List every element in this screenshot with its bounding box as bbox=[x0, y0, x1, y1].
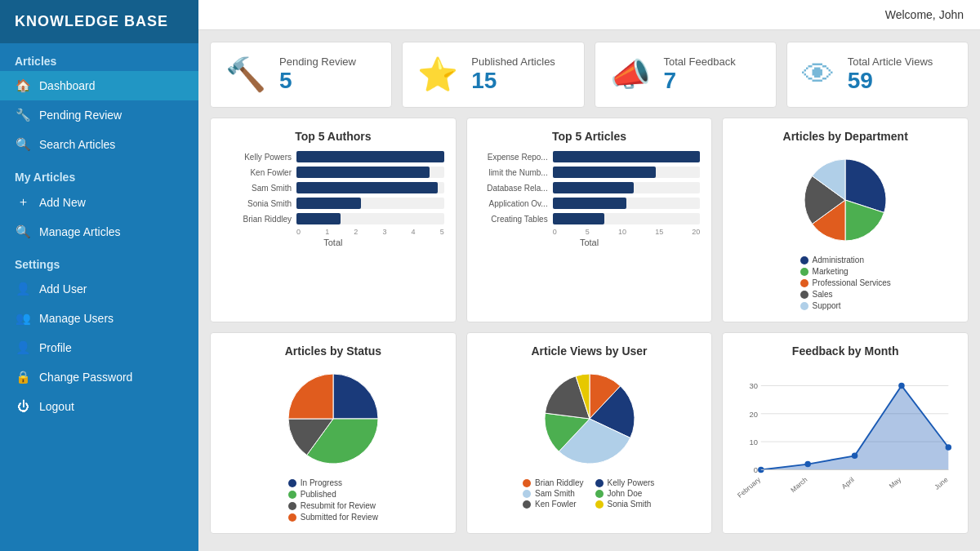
bar-outer bbox=[296, 182, 444, 193]
views-pie-svg bbox=[537, 366, 643, 472]
legend-item: John Doe bbox=[595, 489, 656, 498]
stat-value-1: 15 bbox=[471, 68, 555, 94]
legend-dot bbox=[800, 291, 808, 299]
feedback-line-chart-svg: 0102030FebruaryMarchAprilMayJune bbox=[734, 366, 956, 513]
bar-row: Ken Fowler bbox=[222, 167, 444, 178]
stat-info-2: Total Feedback 7 bbox=[664, 56, 736, 94]
bar-inner bbox=[553, 182, 634, 193]
pending-review-icon: 🔧 bbox=[15, 108, 31, 122]
legend-item: Administration bbox=[800, 256, 891, 264]
svg-point-12 bbox=[946, 444, 951, 450]
sidebar-item-profile[interactable]: 👤 Profile bbox=[0, 333, 198, 362]
bar-inner bbox=[553, 198, 626, 209]
svg-point-9 bbox=[805, 461, 811, 467]
dashboard-icon: 🏠 bbox=[15, 78, 31, 93]
legend-label: John Doe bbox=[608, 489, 643, 498]
stat-info-0: Pending Review 5 bbox=[279, 56, 356, 94]
sidebar-item-label: Add New bbox=[39, 196, 86, 209]
bar-row: Creating Tables bbox=[479, 213, 701, 224]
legend-item: Published bbox=[288, 490, 378, 499]
svg-text:May: May bbox=[888, 475, 903, 490]
sidebar-item-add-new[interactable]: ＋ Add New bbox=[0, 187, 198, 217]
bar-inner bbox=[553, 151, 701, 162]
feedback-by-month-title: Feedback by Month bbox=[734, 344, 956, 358]
sidebar-item-add-user[interactable]: 👤 Add User bbox=[0, 274, 198, 304]
bar-row: Brian Riddley bbox=[222, 213, 444, 224]
bar-row: Database Rela... bbox=[479, 182, 701, 193]
bar-outer bbox=[553, 182, 701, 193]
bar-row: Expense Repo... bbox=[479, 151, 701, 162]
legend-dot bbox=[288, 491, 296, 499]
sidebar-item-dashboard[interactable]: 🏠 Dashboard bbox=[0, 71, 198, 100]
bar-label: Sonia Smith bbox=[222, 199, 292, 208]
authors-axis: 012345 bbox=[222, 228, 444, 236]
sidebar: KNOWLEDGE BASE Articles 🏠 Dashboard 🔧 Pe… bbox=[0, 0, 198, 551]
articles-x-label: Total bbox=[479, 238, 701, 247]
stat-label-1: Published Articles bbox=[471, 56, 555, 68]
top-articles-chart: Top 5 Articles Expense Repo... limit the… bbox=[466, 118, 713, 322]
bar-outer bbox=[553, 151, 701, 162]
sidebar-item-label: Pending Review bbox=[39, 109, 122, 122]
legend-dot bbox=[595, 490, 604, 498]
stat-card-0: 🔨 Pending Review 5 bbox=[210, 42, 392, 108]
manage-articles-icon: 🔍 bbox=[15, 224, 31, 239]
top-articles-title: Top 5 Articles bbox=[479, 130, 701, 143]
my-articles-section-label: My Articles bbox=[0, 159, 198, 187]
bar-inner bbox=[296, 198, 361, 209]
svg-text:10: 10 bbox=[750, 438, 758, 447]
bar-row: limit the Numb... bbox=[479, 167, 701, 178]
bar-inner bbox=[296, 213, 341, 224]
sidebar-item-manage-articles[interactable]: 🔍 Manage Articles bbox=[0, 217, 198, 247]
legend-item: Marketing bbox=[800, 267, 891, 276]
bar-outer bbox=[296, 213, 444, 224]
legend-label: Published bbox=[301, 490, 336, 499]
legend-item: Sonia Smith bbox=[595, 500, 656, 509]
stat-label-3: Total Article Views bbox=[848, 56, 933, 68]
legend-item: Support bbox=[800, 301, 891, 310]
add-user-icon: 👤 bbox=[15, 282, 31, 296]
legend-label: In Progress bbox=[301, 478, 342, 487]
sidebar-item-pending-review[interactable]: 🔧 Pending Review bbox=[0, 100, 198, 130]
add-new-icon: ＋ bbox=[15, 194, 31, 210]
bar-label: Creating Tables bbox=[479, 215, 548, 224]
articles-by-status-title: Articles by Status bbox=[222, 344, 444, 358]
legend-label: Administration bbox=[813, 256, 864, 264]
bar-row: Sam Smith bbox=[222, 182, 444, 193]
svg-text:February: February bbox=[736, 475, 763, 500]
articles-by-dept-chart: Articles by Department AdministrationMar… bbox=[722, 118, 969, 322]
app-title: KNOWLEDGE BASE bbox=[0, 0, 198, 43]
article-views-chart: Article Views by User Brian RiddleyKelly… bbox=[466, 332, 713, 534]
bar-label: Kelly Powers bbox=[222, 153, 292, 162]
sidebar-item-manage-users[interactable]: 👥 Manage Users bbox=[0, 304, 198, 333]
dashboard-content: 🔨 Pending Review 5 ⭐ Published Articles … bbox=[198, 30, 980, 545]
authors-x-label: Total bbox=[222, 238, 444, 247]
legend-item: Brian Riddley bbox=[523, 478, 583, 487]
feedback-by-month-chart: Feedback by Month 0102030FebruaryMarchAp… bbox=[722, 332, 969, 534]
bar-outer bbox=[553, 167, 701, 178]
legend-dot bbox=[800, 256, 808, 264]
main-content: Welcome, John 🔨 Pending Review 5 ⭐ Publi… bbox=[198, 0, 980, 551]
svg-text:20: 20 bbox=[750, 411, 758, 419]
top-authors-chart: Top 5 Authors Kelly Powers Ken Fowler Sa… bbox=[210, 118, 457, 322]
legend-item: Resubmit for Review bbox=[288, 501, 378, 510]
sidebar-item-logout[interactable]: ⏻ Logout bbox=[0, 392, 198, 420]
legend-dot bbox=[800, 268, 808, 276]
bar-outer bbox=[553, 198, 701, 209]
bar-inner bbox=[296, 151, 444, 162]
articles-bar-chart: Expense Repo... limit the Numb... Databa… bbox=[479, 151, 701, 224]
status-legend: In ProgressPublishedResubmit for ReviewS… bbox=[288, 478, 378, 522]
legend-dot bbox=[523, 490, 531, 498]
welcome-text: Welcome, John bbox=[885, 8, 964, 21]
sidebar-item-search-articles[interactable]: 🔍 Search Articles bbox=[0, 130, 198, 159]
svg-text:30: 30 bbox=[750, 382, 758, 390]
legend-dot bbox=[288, 479, 296, 487]
bar-inner bbox=[296, 182, 438, 193]
status-pie-container: In ProgressPublishedResubmit for ReviewS… bbox=[222, 366, 444, 522]
legend-dot bbox=[288, 513, 296, 522]
stat-icon-0: 🔨 bbox=[225, 56, 266, 94]
sidebar-item-label: Manage Users bbox=[39, 312, 114, 325]
articles-by-status-chart: Articles by Status In ProgressPublishedR… bbox=[210, 332, 457, 534]
sidebar-item-change-password[interactable]: 🔒 Change Password bbox=[0, 362, 198, 392]
svg-text:0: 0 bbox=[754, 466, 758, 474]
legend-label: Kelly Powers bbox=[608, 478, 655, 487]
